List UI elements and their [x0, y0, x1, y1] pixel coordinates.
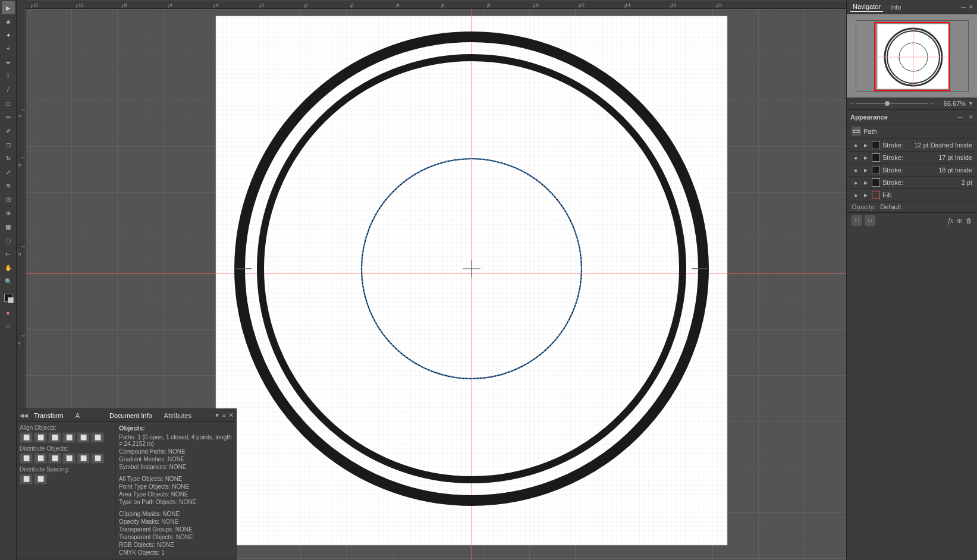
symbol-tool[interactable]: ⊛ [2, 206, 15, 219]
tab-navigator[interactable]: Navigator [850, 2, 883, 12]
fill-expand-icon[interactable]: ▶ [862, 191, 869, 199]
graph-tool[interactable]: ▦ [2, 220, 15, 233]
type-tool[interactable]: T [2, 70, 15, 83]
navigator-preview [847, 14, 977, 97]
svg-text:-2: -2 [17, 114, 22, 119]
appearance-minimize-icon[interactable]: — [957, 114, 963, 120]
fill-stroke-indicator[interactable] [2, 291, 15, 304]
fp-tab-attributes[interactable]: Attributes [162, 411, 194, 420]
pencil-tool[interactable]: ✐ [2, 124, 15, 137]
svg-text:8: 8 [488, 2, 491, 8]
appearance-header: Appearance — ✕ [847, 110, 977, 124]
fp-menu-icon[interactable]: ≡ [222, 412, 226, 419]
scale-tool[interactable]: ⤢ [2, 165, 15, 178]
stroke-3-visibility-icon[interactable]: ● [852, 166, 860, 174]
zoom-slider[interactable] [856, 103, 929, 104]
zoom-in-icon[interactable]: + [931, 101, 934, 106]
doc-compound-paths: Compound Paths: NONE [119, 448, 233, 455]
warp-tool[interactable]: ≋ [2, 179, 15, 192]
stroke-2-expand-icon[interactable]: ▶ [862, 154, 869, 161]
svg-text:0: 0 [305, 2, 308, 8]
free-transform-tool[interactable]: ⊡ [2, 193, 15, 206]
fill-visibility-icon[interactable]: ● [852, 191, 860, 199]
dist-center-v-btn[interactable]: ⬜ [77, 453, 90, 464]
doc-divider-1 [119, 473, 233, 473]
hand-tool[interactable]: ✋ [2, 261, 15, 274]
align-bottom-btn[interactable]: ⬜ [91, 432, 104, 443]
doc-symbol-instances: Symbol Instances: NONE [119, 464, 233, 470]
stroke-1-swatch[interactable] [872, 141, 880, 149]
appearance-close-icon[interactable]: ✕ [969, 114, 973, 120]
ruler-corner [17, 0, 26, 9]
delete-effect-icon[interactable]: 🗑 [966, 217, 972, 224]
fill-label: Fill: [882, 191, 972, 199]
stroke-1-expand-icon[interactable]: ▶ [862, 141, 869, 149]
stroke-4-expand-icon[interactable]: ▶ [862, 179, 869, 186]
dist-top-btn[interactable]: ⬜ [62, 453, 76, 464]
svg-text:-2: -2 [260, 2, 265, 8]
svg-text:2: 2 [351, 2, 354, 8]
doc-objects-label: Objects: [119, 424, 233, 432]
eraser-tool[interactable]: ◻ [2, 138, 15, 151]
svg-text:18: 18 [717, 2, 722, 8]
stroke-2-visibility-icon[interactable]: ● [852, 153, 860, 162]
svg-text:-10: -10 [77, 2, 84, 8]
stroke-2-swatch[interactable] [872, 153, 880, 162]
navigator-minimize-icon[interactable]: — [961, 4, 966, 10]
direct-select-tool[interactable]: ◈ [2, 15, 15, 28]
doc-type-on-path: Type on Path Objects: NONE [119, 499, 233, 505]
fx-icon[interactable]: fx [948, 216, 953, 225]
align-center-v-btn[interactable]: ⬜ [77, 432, 90, 443]
svg-text:12: 12 [579, 2, 585, 8]
dist-center-h-btn[interactable]: ⬜ [34, 453, 47, 464]
stroke-4-visibility-icon[interactable]: ● [852, 178, 860, 187]
dist-h-spacing-btn[interactable]: ⬜ [20, 474, 33, 485]
color-btn[interactable]: ■ [2, 306, 15, 319]
fill-swatch[interactable] [872, 191, 880, 199]
stroke-3-swatch[interactable] [872, 166, 880, 174]
align-center-h-btn[interactable]: ⬜ [34, 432, 47, 443]
dist-v-spacing-btn[interactable]: ⬜ [34, 474, 47, 485]
fp-close-icon[interactable]: ✕ [228, 411, 234, 419]
zoom-out-icon[interactable]: − [850, 101, 853, 106]
zoom-value[interactable]: 66.67% [936, 100, 966, 107]
dist-right-btn[interactable]: ⬜ [48, 453, 61, 464]
new-art-basic-appearance-btn[interactable]: □ [852, 215, 862, 226]
fp-icons: ▼ ≡ ✕ [214, 411, 234, 419]
artboard-tool[interactable]: ⬚ [2, 234, 15, 247]
align-top-btn[interactable]: ⬜ [62, 432, 76, 443]
align-right-btn[interactable]: ⬜ [48, 432, 61, 443]
rotate-tool[interactable]: ↻ [2, 152, 15, 165]
none-btn[interactable]: ∅ [2, 320, 15, 333]
stroke-1-visibility-icon[interactable]: ● [852, 141, 860, 149]
stroke-3-expand-icon[interactable]: ▶ [862, 166, 869, 174]
select-tool[interactable]: ▶ [2, 1, 15, 14]
tab-info[interactable]: Info [888, 2, 903, 12]
magic-wand-tool[interactable]: ✦ [2, 29, 15, 42]
stroke-row-2: ● ▶ Stroke: 17 pt Inside [847, 152, 977, 164]
align-left-btn[interactable]: ⬜ [20, 432, 33, 443]
slice-tool[interactable]: ⊢ [2, 247, 15, 260]
zoom-slider-thumb[interactable] [885, 101, 890, 106]
dist-bottom-btn[interactable]: ⬜ [91, 453, 104, 464]
opacity-row: Opacity: Default [847, 202, 977, 212]
stroke-1-size: 12 pt Dashed Inside [914, 141, 972, 149]
fp-collapse-icon[interactable]: ◀◀ [20, 413, 28, 419]
fp-tab-a[interactable]: A [73, 411, 82, 420]
fp-tab-transform[interactable]: Transform [32, 411, 66, 420]
new-effect-icon[interactable]: ⊕ [957, 217, 962, 225]
pen-tool[interactable]: ✒ [2, 56, 15, 69]
lasso-tool[interactable]: ⌖ [2, 42, 15, 55]
path-icon [852, 127, 861, 136]
rect-tool[interactable]: □ [2, 97, 15, 110]
fp-more-icon[interactable]: ▼ [214, 412, 220, 419]
dist-left-btn[interactable]: ⬜ [20, 453, 33, 464]
brush-tool[interactable]: ✏ [2, 111, 15, 124]
clear-appearance-btn[interactable]: □ [865, 215, 875, 226]
zoom-dropdown-icon[interactable]: ▼ [968, 100, 973, 106]
stroke-4-swatch[interactable] [872, 178, 880, 187]
zoom-tool[interactable]: 🔍 [2, 275, 15, 288]
fp-tab-doc-info[interactable]: Document Info [107, 411, 155, 420]
line-tool[interactable]: / [2, 83, 15, 96]
navigator-close-icon[interactable]: ✕ [969, 4, 973, 10]
